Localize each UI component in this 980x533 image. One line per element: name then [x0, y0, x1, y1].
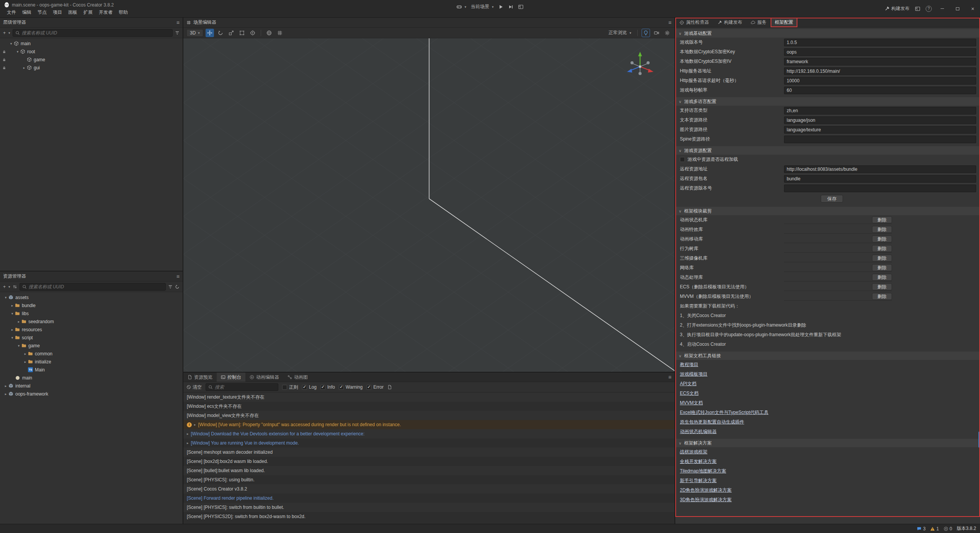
filter-error-checkbox[interactable]: Error: [366, 384, 384, 390]
delete-module-button[interactable]: 删除: [872, 235, 892, 242]
tree-node[interactable]: ▸common: [0, 350, 183, 358]
menu-item-help[interactable]: 帮助: [116, 8, 131, 16]
solution-link[interactable]: 全栈开发解决方案: [680, 457, 717, 466]
console-search-input[interactable]: [215, 384, 276, 390]
regex-filter-checkbox[interactable]: 正则: [282, 384, 298, 391]
tree-node[interactable]: main: [0, 374, 183, 382]
viewport-settings-button[interactable]: [663, 29, 671, 37]
section-i18n-config[interactable]: ∨游戏多语言配置: [675, 97, 980, 106]
step-button[interactable]: [508, 4, 514, 10]
expand-arrow-icon[interactable]: ▸: [194, 423, 196, 427]
doc-link[interactable]: 游戏模板项目: [680, 370, 707, 379]
expand-arrow-icon[interactable]: ▸: [16, 320, 21, 324]
maximize-button[interactable]: [952, 5, 962, 13]
expand-arrow-icon[interactable]: ▸: [3, 392, 8, 396]
delete-module-button[interactable]: 删除: [872, 245, 892, 252]
fps-input[interactable]: [784, 87, 976, 94]
scrollbar-thumb[interactable]: [978, 432, 980, 448]
expand-arrow-icon[interactable]: ▸: [10, 328, 15, 332]
help-button[interactable]: ?: [926, 6, 932, 12]
tree-node[interactable]: ▸initialize: [0, 358, 183, 366]
assets-search-input[interactable]: [29, 284, 163, 289]
menu-item-developer[interactable]: 开发者: [96, 8, 116, 16]
tab-asset-preview[interactable]: 资源预览: [183, 373, 217, 382]
tree-node[interactable]: ▾script: [0, 334, 183, 342]
doc-link[interactable]: Excel格式转Json文件与TypeScript代码工具: [680, 408, 768, 417]
doc-link[interactable]: ECS文档: [680, 389, 699, 398]
expand-arrow-icon[interactable]: ▸: [3, 384, 8, 388]
section-basic-config[interactable]: ∨游戏基础配置: [675, 29, 980, 38]
tab-animation-graph[interactable]: 动画图: [283, 373, 312, 382]
crypto-iv-input[interactable]: [784, 58, 976, 65]
menu-item-panel[interactable]: 面板: [65, 8, 80, 16]
log-row[interactable]: [Scene] [PHYSICS2D]: switch from box2d-w…: [183, 512, 675, 521]
expand-arrow-icon[interactable]: ▾: [10, 336, 15, 340]
http-server-input[interactable]: [784, 67, 976, 75]
remote-bundle-input[interactable]: [784, 175, 976, 183]
tree-node[interactable]: ▸seedrandom: [0, 317, 183, 325]
hierarchy-search-input[interactable]: [22, 30, 170, 36]
snap-grid-button[interactable]: [276, 29, 284, 37]
orientation-gizmo[interactable]: [622, 49, 658, 84]
log-row[interactable]: [Scene] [PHYSICS]: switch from builtin t…: [183, 503, 675, 512]
section-doc-links[interactable]: ∨框架文档工具链接: [675, 352, 980, 360]
menu-item-extension[interactable]: 扩展: [80, 8, 96, 16]
texture-res-path-input[interactable]: [784, 126, 976, 134]
rotate-tool-button[interactable]: [216, 29, 225, 37]
tree-node[interactable]: ▾assets: [0, 293, 183, 301]
save-button[interactable]: 保存: [821, 195, 843, 203]
log-row-info[interactable]: [Scene] Forward render pipeline initiali…: [183, 494, 675, 503]
log-row[interactable]: [Window] render_texture文件夹不存在: [183, 392, 675, 402]
build-publish-button[interactable]: 构建发布: [884, 5, 910, 12]
tree-node[interactable]: ▸internal: [0, 382, 183, 390]
clear-console-button[interactable]: 清空: [186, 384, 202, 391]
layout-button[interactable]: [518, 4, 524, 10]
panel-menu-icon[interactable]: ≡: [668, 373, 675, 382]
languages-input[interactable]: [784, 107, 976, 114]
expand-arrow-icon[interactable]: ▸: [187, 432, 189, 436]
scrollbar[interactable]: [978, 28, 980, 524]
delete-module-button[interactable]: 删除: [872, 216, 892, 223]
crypto-key-input[interactable]: [784, 48, 976, 56]
log-row[interactable]: [Window] ecs文件夹不存在: [183, 402, 675, 411]
scene-viewport[interactable]: [183, 38, 675, 372]
filter-warning-checkbox[interactable]: Warning: [339, 384, 363, 390]
remote-load-checkbox[interactable]: [680, 157, 685, 162]
preview-target-dropdown[interactable]: ▾: [456, 4, 466, 10]
pivot-toggle-button[interactable]: [248, 29, 257, 37]
filter-button[interactable]: [175, 31, 180, 35]
remote-url-input[interactable]: [784, 165, 976, 173]
log-row[interactable]: [Window] model_view文件夹不存在: [183, 411, 675, 420]
panel-menu-icon[interactable]: ≡: [176, 20, 180, 26]
menu-item-node[interactable]: 节点: [34, 8, 50, 16]
solution-link[interactable]: 3D角色扮演游戏解决方案: [680, 495, 732, 505]
expand-arrow-icon[interactable]: ▾: [10, 312, 15, 316]
tree-node[interactable]: ▾ root: [0, 47, 183, 56]
scale-tool-button[interactable]: [227, 29, 235, 37]
lock-icon[interactable]: [0, 58, 8, 62]
solution-link[interactable]: Tiledmap地图解决方案: [680, 466, 726, 476]
move-tool-button[interactable]: [206, 29, 214, 37]
doc-link[interactable]: 动画状态机编辑器: [680, 427, 717, 437]
doc-link[interactable]: MVVM文档: [680, 398, 703, 408]
message-count-badge[interactable]: 3: [917, 526, 926, 531]
expand-arrow-icon[interactable]: ▾: [15, 50, 20, 54]
warning-count-badge[interactable]: 1: [930, 526, 939, 531]
filter-info-checkbox[interactable]: Info: [320, 384, 335, 390]
dimension-toggle[interactable]: 3D▾: [186, 29, 203, 37]
delete-module-button[interactable]: 删除: [872, 293, 892, 300]
filter-log-checkbox[interactable]: Log: [302, 384, 317, 390]
tree-node[interactable]: ▾libs: [0, 309, 183, 317]
section-resource-config[interactable]: ∨游戏资源配置: [675, 146, 980, 155]
text-res-path-input[interactable]: [784, 116, 976, 124]
expand-arrow-icon[interactable]: ▾: [16, 344, 21, 348]
tab-animation-editor[interactable]: 动画编辑器: [245, 373, 283, 382]
open-log-file-button[interactable]: [387, 385, 392, 389]
menu-item-file[interactable]: 文件: [4, 8, 19, 16]
game-version-input[interactable]: [784, 39, 976, 46]
solution-link[interactable]: 战棋游戏框架: [680, 447, 707, 457]
expand-arrow-icon[interactable]: ▾: [3, 296, 8, 299]
tree-node[interactable]: ▾game: [0, 342, 183, 350]
log-row[interactable]: [Scene] [box2d]:box2d wasm lib loaded.: [183, 457, 675, 466]
refresh-button[interactable]: [175, 284, 180, 289]
